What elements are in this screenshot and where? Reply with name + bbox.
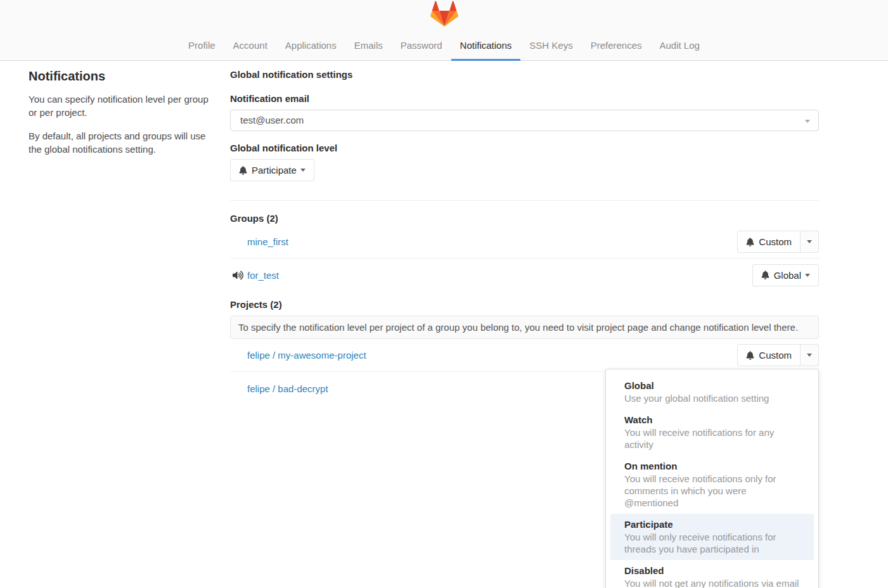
- page-header: Profile Account Applications Emails Pass…: [0, 0, 888, 61]
- tab-profile[interactable]: Profile: [179, 32, 224, 61]
- group-row-mine-first: mine_first Custom: [230, 226, 819, 259]
- profile-settings-tabs: Profile Account Applications Emails Pass…: [0, 32, 888, 61]
- dropdown-item-disabled[interactable]: Disabled You will not get any notificati…: [610, 560, 814, 588]
- projects-notice: To specify the notification level per pr…: [230, 316, 819, 339]
- projects-title: Projects (2): [230, 299, 819, 310]
- group-for-test-level-button[interactable]: Global: [752, 264, 819, 286]
- tab-emails[interactable]: Emails: [345, 32, 392, 61]
- caret-down-icon: [807, 354, 812, 357]
- tab-audit-log[interactable]: Audit Log: [651, 32, 709, 61]
- global-notification-level-label: Global notification level: [230, 143, 819, 153]
- dropdown-item-watch[interactable]: Watch You will receive notifications for…: [610, 409, 814, 456]
- group-mine-first-level-control: Custom: [737, 231, 819, 253]
- bell-icon: [746, 238, 754, 246]
- notification-settings-panel: Global notification settings Notificatio…: [230, 69, 819, 405]
- sidebar-title: Notifications: [29, 69, 211, 84]
- gitlab-logo[interactable]: [430, 1, 458, 27]
- tab-ssh-keys[interactable]: SSH Keys: [520, 32, 581, 61]
- dropdown-item-participate[interactable]: Participate You will only receive notifi…: [610, 514, 814, 560]
- sidebar-description-1: You can specify notification level per g…: [29, 93, 211, 120]
- caret-down-icon: [805, 274, 810, 277]
- project-my-awesome-level-label: Custom: [759, 350, 792, 361]
- group-mine-first-level-label: Custom: [759, 236, 792, 247]
- caret-down-icon: [300, 169, 306, 172]
- group-row-for-test: for_test Global: [230, 259, 819, 291]
- bell-icon: [239, 166, 247, 175]
- tab-preferences[interactable]: Preferences: [582, 32, 651, 61]
- project-my-awesome-level-caret-button[interactable]: [801, 344, 819, 366]
- notification-email-select[interactable]: test@user.com: [230, 110, 819, 131]
- bell-icon: [761, 271, 769, 279]
- section-title: Global notification settings: [230, 69, 819, 80]
- tab-notifications[interactable]: Notifications: [451, 32, 521, 61]
- groups-title: Groups (2): [230, 213, 819, 224]
- group-link-for-test[interactable]: for_test: [247, 270, 279, 281]
- sidebar: Notifications You can specify notificati…: [29, 69, 230, 165]
- notification-level-dropdown-menu: Global Use your global notification sett…: [605, 369, 819, 588]
- tab-password[interactable]: Password: [392, 32, 451, 61]
- gitlab-tanuki-icon: [430, 1, 458, 27]
- project-link-my-awesome-project[interactable]: felipe / my-awesome-project: [247, 350, 366, 361]
- project-row-my-awesome-project: felipe / my-awesome-project Custom Globa…: [230, 339, 819, 372]
- group-mine-first-level-caret-button[interactable]: [801, 231, 819, 253]
- project-my-awesome-level-control: Custom: [737, 344, 819, 366]
- group-link-mine-first[interactable]: mine_first: [247, 236, 288, 247]
- project-my-awesome-level-button[interactable]: Custom: [737, 344, 801, 366]
- tab-applications[interactable]: Applications: [276, 32, 345, 61]
- volume-up-icon: [230, 271, 247, 280]
- select-caret-icon: [805, 120, 810, 123]
- sidebar-description-2: By default, all projects and groups will…: [29, 129, 211, 157]
- project-link-bad-decrypt[interactable]: felipe / bad-decrypt: [247, 383, 328, 394]
- bell-icon: [746, 351, 754, 360]
- dropdown-item-on-mention[interactable]: On mention You will receive notification…: [610, 456, 814, 514]
- tab-account[interactable]: Account: [224, 32, 276, 61]
- notification-email-label: Notification email: [230, 93, 819, 104]
- global-level-button-label: Participate: [252, 165, 297, 176]
- caret-down-icon: [807, 240, 812, 243]
- global-level-dropdown-button[interactable]: Participate: [230, 159, 314, 181]
- page-content: Notifications You can specify notificati…: [0, 61, 888, 405]
- section-divider: [230, 200, 819, 201]
- group-mine-first-level-button[interactable]: Custom: [737, 231, 801, 253]
- group-for-test-level-label: Global: [774, 270, 801, 281]
- notification-email-value: test@user.com: [240, 115, 304, 125]
- dropdown-item-global[interactable]: Global Use your global notification sett…: [610, 375, 814, 409]
